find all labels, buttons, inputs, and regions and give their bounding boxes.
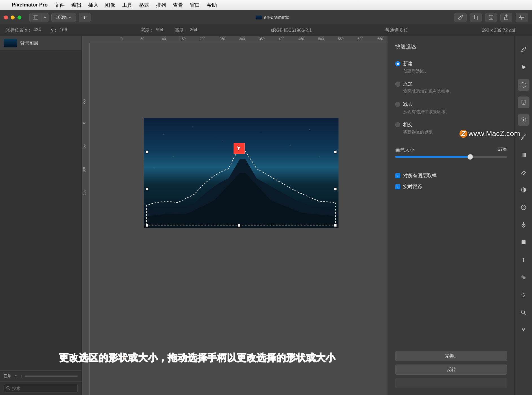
brush-size-value: 67% bbox=[498, 147, 507, 153]
crop-tool-button[interactable] bbox=[470, 13, 482, 22]
cursor-y-label: y： bbox=[51, 27, 58, 33]
shape-tool-icon[interactable] bbox=[518, 236, 529, 248]
app-name[interactable]: Pixelmator Pro bbox=[12, 2, 48, 8]
selection-handle[interactable] bbox=[146, 187, 148, 190]
menu-file[interactable]: 文件 bbox=[54, 2, 65, 8]
svg-point-11 bbox=[521, 82, 526, 87]
tutorial-annotation: 更改选区的形状或大小，拖动选择手柄以更改选择的形状或大小 bbox=[59, 351, 336, 364]
svg-line-10 bbox=[9, 389, 10, 390]
tool-strip: T bbox=[515, 36, 532, 395]
window-controls bbox=[4, 16, 21, 19]
zoom-dropdown[interactable]: 100% bbox=[51, 13, 76, 22]
menu-image[interactable]: 图像 bbox=[105, 2, 115, 8]
zoom-tool-icon[interactable] bbox=[518, 306, 529, 318]
deselect-button[interactable] bbox=[395, 378, 507, 388]
search-input[interactable] bbox=[4, 384, 78, 393]
zoom-window-icon[interactable] bbox=[17, 16, 21, 19]
selection-handle[interactable] bbox=[334, 224, 337, 227]
svg-rect-18 bbox=[522, 240, 526, 244]
zoom-value: 100% bbox=[56, 15, 67, 20]
checkbox-icon: ✓ bbox=[395, 184, 400, 189]
more-tools-icon[interactable] bbox=[518, 324, 529, 336]
paint-tool-icon[interactable] bbox=[518, 44, 529, 56]
quick-select-tool-icon[interactable] bbox=[518, 114, 529, 126]
selection-path bbox=[144, 118, 338, 228]
panel-title: 快速选区 bbox=[395, 43, 507, 50]
menu-tools[interactable]: 工具 bbox=[122, 2, 132, 8]
svg-rect-0 bbox=[33, 16, 38, 19]
settings-button[interactable] bbox=[516, 13, 528, 22]
menu-view[interactable]: 查看 bbox=[173, 2, 183, 8]
canvas[interactable]: 0 50 100 150 200 250 300 350 400 450 500… bbox=[82, 36, 388, 395]
ruler-vertical: -50 0 50 100 150 bbox=[82, 43, 90, 395]
watermark: Z www.MacZ.com bbox=[460, 129, 520, 138]
brush-size-label: 画笔大小 bbox=[395, 147, 414, 153]
chevron-updown-icon bbox=[14, 375, 18, 378]
mode-new[interactable]: 新建 创建新选区。 bbox=[395, 60, 507, 74]
menu-edit[interactable]: 编辑 bbox=[71, 2, 82, 8]
radio-icon bbox=[395, 102, 400, 107]
opacity-slider[interactable] bbox=[25, 376, 78, 377]
brush-tool-button[interactable] bbox=[454, 13, 467, 22]
selection-handle[interactable] bbox=[146, 151, 148, 153]
menu-window[interactable]: 窗口 bbox=[190, 2, 200, 8]
blend-mode-select[interactable]: 正常 bbox=[4, 374, 11, 379]
close-icon[interactable] bbox=[4, 16, 8, 19]
tool-options-panel: 快速选区 新建 创建新选区。 添加 将区域添加到现有选择中。 减去 从现有选择中… bbox=[388, 36, 515, 395]
effects-tool-icon[interactable] bbox=[518, 289, 529, 301]
share-button[interactable] bbox=[500, 13, 512, 22]
menu-help[interactable]: 帮助 bbox=[207, 2, 217, 8]
image-dims: 692 x 389 72 dpi bbox=[482, 28, 515, 33]
color-adjust-tool-icon[interactable] bbox=[518, 184, 529, 196]
layer-thumb-icon bbox=[4, 39, 17, 47]
eraser-tool-icon[interactable] bbox=[518, 166, 529, 178]
layer-name: 背景图层 bbox=[20, 40, 38, 46]
radio-icon bbox=[395, 82, 400, 87]
arrow-tool-icon[interactable] bbox=[518, 62, 529, 73]
svg-line-23 bbox=[524, 313, 526, 315]
mode-add[interactable]: 添加 将区域添加到现有选择中。 bbox=[395, 81, 507, 94]
toolbar: 100% + en-dramatic bbox=[0, 10, 532, 25]
svg-rect-14 bbox=[521, 153, 526, 157]
watermark-logo-icon: Z bbox=[460, 130, 467, 138]
svg-point-16 bbox=[521, 205, 526, 210]
selection-handle[interactable] bbox=[238, 224, 240, 227]
selection-handle[interactable] bbox=[146, 224, 148, 227]
menu-format[interactable]: 格式 bbox=[139, 2, 149, 8]
image-content bbox=[144, 118, 338, 228]
mode-subtract[interactable]: 减去 从现有选择中减去区域。 bbox=[395, 101, 507, 115]
refine-button[interactable]: 完善... bbox=[395, 351, 507, 361]
layer-item[interactable]: 背景图层 bbox=[0, 36, 82, 50]
sel-height: 264 bbox=[190, 27, 197, 33]
gradient-tool-icon[interactable] bbox=[518, 149, 529, 161]
menu-arrange[interactable]: 排列 bbox=[156, 2, 166, 8]
menu-insert[interactable]: 插入 bbox=[88, 2, 98, 8]
pen-tool-icon[interactable] bbox=[518, 219, 529, 231]
sample-all-checkbox[interactable]: ✓ 对所有图层取样 bbox=[395, 172, 507, 179]
radio-icon bbox=[395, 122, 400, 127]
sel-width: 594 bbox=[156, 27, 163, 33]
cursor-y: 166 bbox=[60, 27, 67, 33]
selection-handle[interactable] bbox=[334, 151, 337, 153]
svg-point-6 bbox=[522, 17, 524, 18]
colors-tool-icon[interactable] bbox=[518, 271, 529, 283]
sidebar-toggle-button[interactable] bbox=[29, 13, 41, 22]
text-tool-icon[interactable]: T bbox=[518, 254, 529, 266]
menu-bar: Pixelmator Pro 文件 编辑 插入 图像 工具 格式 排列 查看 窗… bbox=[0, 0, 532, 10]
marquee-tool-icon[interactable] bbox=[518, 79, 529, 91]
live-tracking-checkbox[interactable]: ✓ 实时跟踪 bbox=[395, 183, 507, 190]
add-button[interactable]: + bbox=[79, 13, 91, 22]
svg-point-21 bbox=[523, 276, 526, 279]
magnetic-tool-icon[interactable] bbox=[518, 96, 529, 108]
sidebar-menu-button[interactable] bbox=[41, 13, 49, 22]
brush-size-slider[interactable] bbox=[395, 156, 507, 158]
minimize-icon[interactable] bbox=[11, 16, 15, 19]
selection-handle[interactable] bbox=[334, 187, 337, 190]
svg-point-17 bbox=[523, 207, 524, 208]
svg-point-22 bbox=[521, 310, 525, 313]
document-thumb-icon bbox=[256, 16, 262, 19]
retouch-tool-icon[interactable] bbox=[518, 201, 529, 213]
cursor-label: 光标位置 x： bbox=[6, 27, 32, 33]
invert-button[interactable]: 反转 bbox=[395, 365, 507, 375]
export-button[interactable] bbox=[485, 13, 497, 22]
